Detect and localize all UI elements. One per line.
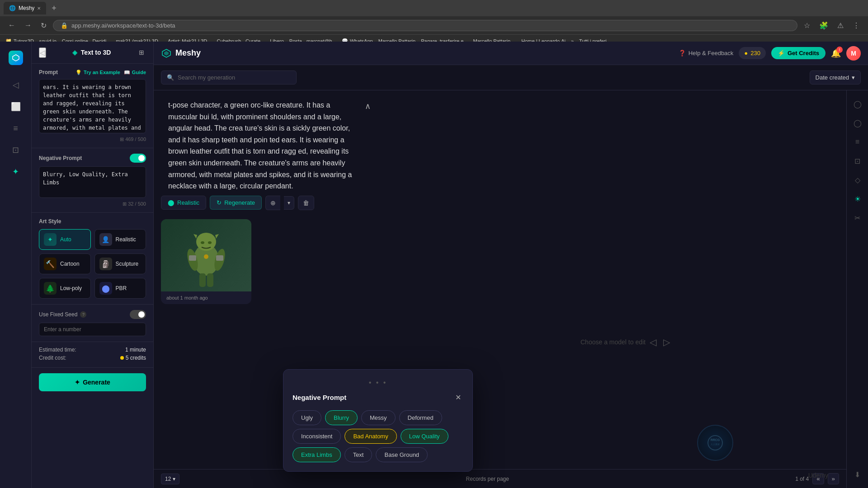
pbr-label: PBR <box>116 285 127 291</box>
tag-ugly[interactable]: Ugly <box>292 410 321 425</box>
svg-rect-8 <box>199 273 206 287</box>
get-credits-button[interactable]: ⚡ Get Credits <box>771 47 826 59</box>
forward-button[interactable]: → <box>22 19 34 31</box>
tag-text[interactable]: Text <box>344 447 373 462</box>
tag-blurry[interactable]: Blurry <box>325 410 358 425</box>
tab-close-btn[interactable]: ✕ <box>37 6 41 11</box>
art-style-cartoon[interactable]: 🔨 Cartoon <box>39 253 91 274</box>
right-icon-circle[interactable]: ◯ <box>849 96 866 112</box>
search-bar[interactable]: 🔍 Search my generation <box>161 70 297 84</box>
tag-bad-anatomy[interactable]: Bad Anatomy <box>344 429 396 444</box>
errore-btn[interactable]: ⚠ <box>835 19 846 32</box>
more-btn[interactable]: ⋮ <box>850 19 863 32</box>
tag-inconsistent[interactable]: Inconsistent <box>292 429 341 444</box>
lock-icon: 🔒 <box>61 22 68 29</box>
credit-coin-icon: ● <box>744 50 748 56</box>
tag-extra-limbs[interactable]: Extra Limbs <box>292 447 341 462</box>
panel-back-button[interactable]: ◁ <box>39 47 46 58</box>
seed-info-icon[interactable]: ? <box>80 311 86 318</box>
auto-label: Auto <box>60 236 71 243</box>
art-style-sculpture[interactable]: 🗿 Sculpture <box>94 253 146 274</box>
new-tab-button[interactable]: + <box>48 4 60 13</box>
neg-prompt-input[interactable]: Blurry, Low Quality, Extra Limbs <box>39 166 146 198</box>
model-card-info: about 1 month ago <box>161 291 251 304</box>
logo-icon <box>9 51 23 65</box>
negative-prompt-modal[interactable]: • • • Negative Prompt ✕ Ugly Blurry Mess… <box>283 369 473 472</box>
right-icon-circle2[interactable]: ◯ <box>849 115 866 131</box>
seed-toggle[interactable] <box>130 310 146 319</box>
guide-btn[interactable]: 📖 Guide <box>124 70 146 75</box>
svg-marker-3 <box>164 51 169 56</box>
credit-badge[interactable]: ● 230 <box>739 47 766 59</box>
svg-text:人人素材: 人人素材 <box>711 443 720 446</box>
tag-messy[interactable]: Messy <box>361 410 396 425</box>
art-style-lowpoly[interactable]: 🌲 Low-poly <box>39 278 91 299</box>
svg-rect-10 <box>189 255 196 261</box>
back-button[interactable]: ← <box>5 19 18 31</box>
user-avatar[interactable]: M <box>846 46 861 61</box>
pbr-thumb: ⬤ <box>99 282 112 295</box>
right-icon-display[interactable]: ⊡ <box>849 153 866 169</box>
svg-marker-14 <box>193 234 197 239</box>
realistic-thumb: 👤 <box>99 233 112 246</box>
prompt-input[interactable]: ears. It is wearing a brown leather outf… <box>39 79 146 133</box>
try-example-btn[interactable]: 💡 Try an Example <box>75 70 120 75</box>
art-style-realistic[interactable]: 👤 Realistic <box>94 229 146 250</box>
sidebar-item-display[interactable]: ⊡ <box>7 141 25 159</box>
sidebar-item-ai[interactable]: ✦ <box>7 163 25 181</box>
collapse-prompt-button[interactable]: ∧ <box>363 99 373 113</box>
next-page-btn[interactable]: » <box>828 473 839 484</box>
seed-label-container: Use Fixed Seed ? <box>39 311 86 318</box>
right-icon-diamond[interactable]: ◇ <box>849 172 866 188</box>
right-icon-lines[interactable]: ≡ <box>849 134 866 150</box>
notification-container: 🔔 ! <box>831 48 841 58</box>
help-feedback-button[interactable]: ❓ Help & Feedback <box>679 50 734 56</box>
watermark-logo: RRCG 人人素材 <box>706 434 724 452</box>
sidebar-item-menu[interactable]: ≡ <box>7 119 25 137</box>
right-icon-cut[interactable]: ✂ <box>849 210 866 226</box>
tag-base-ground[interactable]: Base Ground <box>376 447 428 462</box>
logo-label: Meshy <box>175 48 201 58</box>
address-bar[interactable]: 🔒 app.meshy.ai/workspace/text-to-3d/beta <box>53 20 797 31</box>
modal-close-button[interactable]: ✕ <box>453 392 463 403</box>
model-area: about 1 month ago ◁ ▷ Choose a model to … <box>154 216 846 469</box>
prompt-section-label: Prompt 💡 Try an Example 📖 Guide <box>39 69 146 75</box>
model-card[interactable]: about 1 month ago <box>161 219 251 304</box>
neg-prompt-toggle[interactable] <box>130 154 146 163</box>
tag-deformed[interactable]: Deformed <box>399 410 442 425</box>
regenerate-label: Regenerate <box>224 199 255 206</box>
regenerate-button[interactable]: ↻ Regenerate <box>210 196 262 210</box>
sidebar-item-back[interactable]: ◁ <box>7 76 25 94</box>
seed-section: Use Fixed Seed ? <box>32 305 153 342</box>
reload-button[interactable]: ↻ <box>38 19 49 32</box>
copy-dropdown-btn[interactable]: ▾ <box>284 196 294 210</box>
app-header: Meshy ❓ Help & Feedback ● 230 ⚡ Get Cred… <box>154 42 868 65</box>
neg-char-count: ⊞ 32 / 500 <box>39 201 146 207</box>
modal-drag-handle[interactable]: • • • <box>292 379 463 387</box>
art-style-auto[interactable]: ✦ Auto <box>39 229 91 250</box>
scroll-right-btn[interactable]: ▷ <box>663 337 670 347</box>
auto-thumb: ✦ <box>44 233 57 246</box>
browser-tab-meshy[interactable]: 🌐 Meshy ✕ <box>4 2 46 14</box>
panel-grid-icon[interactable]: ⊞ <box>137 47 146 58</box>
right-icon-sun[interactable]: ☀ <box>849 191 866 207</box>
right-icon-download[interactable]: ⬇ <box>849 466 866 483</box>
sidebar-item-workspace[interactable]: ⬜ <box>7 98 25 116</box>
date-filter-dropdown[interactable]: Date created ▾ <box>810 70 861 84</box>
art-style-pbr[interactable]: ⬤ PBR <box>94 278 146 299</box>
records-per-page-select[interactable]: 12 ▾ <box>161 474 179 484</box>
extension-btn[interactable]: 🧩 <box>816 19 831 32</box>
copy-button[interactable]: ⊕ <box>265 196 280 210</box>
delete-button[interactable]: 🗑 <box>298 196 314 210</box>
credit-cost-label: Credit cost: <box>39 355 66 361</box>
tag-low-quality[interactable]: Low Quality <box>401 429 448 444</box>
bookmark-star[interactable]: ☆ <box>801 19 813 32</box>
realistic-mode-btn[interactable]: ⬤ Realistic <box>161 196 206 210</box>
credit-dot-icon <box>120 356 124 360</box>
scroll-left-btn[interactable]: ◁ <box>650 337 656 347</box>
generate-button[interactable]: ✦ Generate <box>39 373 146 391</box>
seed-input[interactable] <box>39 323 146 336</box>
char-count-value: 469 / 500 <box>125 136 146 142</box>
svg-marker-1 <box>14 56 18 60</box>
watermark: RRCG 人人素材 <box>697 425 733 461</box>
